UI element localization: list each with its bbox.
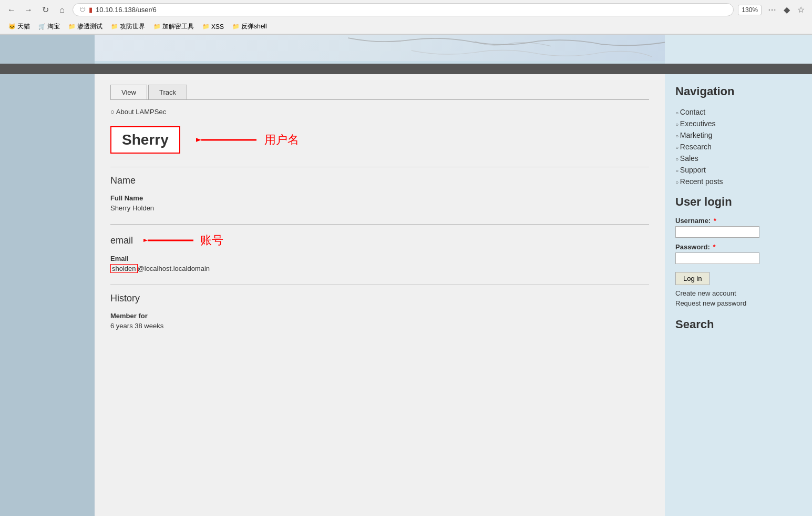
folder-icon-4: 📁 bbox=[202, 23, 210, 30]
bookmark-xss[interactable]: 📁 XSS bbox=[199, 22, 227, 32]
home-button[interactable]: ⌂ bbox=[56, 4, 68, 16]
bookmarks-bar: 🐱 天猫 🛒 淘宝 📁 渗透测试 📁 攻防世界 📁 加解密工具 📁 XSS 📁 … bbox=[0, 19, 812, 34]
nav-item-support[interactable]: Support bbox=[675, 164, 801, 176]
history-section: History Member for 6 years 38 weeks bbox=[110, 285, 649, 342]
email-section-title: email bbox=[110, 235, 133, 246]
search-title: Search bbox=[675, 318, 801, 331]
nav-link-contact[interactable]: Contact bbox=[680, 108, 705, 116]
bookmark-icon[interactable]: ☆ bbox=[795, 4, 807, 16]
bookmark-pentest[interactable]: 📁 渗透测试 bbox=[65, 21, 106, 32]
browser-chrome: ← → ↻ ⌂ 🛡 ▮ 10.10.16.138/user/6 130% ⋯ ◆… bbox=[0, 0, 812, 35]
username-form-label: Username: * bbox=[675, 217, 801, 225]
nav-item-contact[interactable]: Contact bbox=[675, 106, 801, 118]
bookmark-taobao-label: 淘宝 bbox=[47, 22, 60, 31]
security-icon: 🛡 bbox=[79, 6, 86, 14]
username-annotation: 用户名 bbox=[196, 132, 299, 148]
browser-toolbar: ← → ↻ ⌂ 🛡 ▮ 10.10.16.138/user/6 130% ⋯ ◆… bbox=[0, 0, 812, 19]
full-name-value: Sherry Holden bbox=[110, 204, 649, 212]
bookmark-crypto-label: 加解密工具 bbox=[162, 22, 194, 31]
forward-button[interactable]: → bbox=[22, 4, 35, 16]
password-input[interactable] bbox=[675, 252, 759, 264]
address-bar[interactable]: 🛡 ▮ 10.10.16.138/user/6 bbox=[73, 3, 734, 16]
username-input[interactable] bbox=[675, 226, 759, 238]
nav-link-executives[interactable]: Executives bbox=[680, 119, 716, 128]
tab-track[interactable]: Track bbox=[148, 85, 187, 99]
nav-item-research[interactable]: Research bbox=[675, 141, 801, 153]
folder-icon-1: 📁 bbox=[68, 23, 76, 30]
name-section: Name Full Name Sherry Holden bbox=[110, 167, 649, 224]
username-annotation-text: 用户名 bbox=[264, 132, 299, 148]
left-strip bbox=[0, 74, 95, 516]
nav-item-sales[interactable]: Sales bbox=[675, 153, 801, 164]
password-required-star: * bbox=[713, 243, 715, 251]
user-login-title: User login bbox=[675, 195, 801, 209]
back-button[interactable]: ← bbox=[5, 4, 18, 16]
bookmark-tianmao-label: 天猫 bbox=[17, 22, 30, 31]
left-strip-top bbox=[0, 35, 95, 64]
member-for-value: 6 years 38 weeks bbox=[110, 322, 649, 330]
login-button[interactable]: Log in bbox=[675, 272, 710, 285]
folder-icon-2: 📁 bbox=[111, 23, 118, 30]
email-highlight: sholden bbox=[110, 264, 138, 273]
breadcrumb: About LAMPSec bbox=[110, 108, 649, 116]
nav-item-executives[interactable]: Executives bbox=[675, 118, 801, 129]
breadcrumb-link[interactable]: About LAMPSec bbox=[116, 108, 166, 116]
navigation-title: Navigation bbox=[675, 85, 801, 98]
map-image bbox=[95, 35, 665, 61]
page-layout: View Track About LAMPSec Sherry bbox=[0, 74, 812, 516]
taobao-icon: 🛒 bbox=[38, 23, 46, 30]
bookmark-taobao[interactable]: 🛒 淘宝 bbox=[35, 21, 63, 32]
history-section-title: History bbox=[110, 293, 649, 304]
bookmark-revshell[interactable]: 📁 反弹shell bbox=[229, 21, 270, 32]
nav-list: Contact Executives Marketing Research Sa… bbox=[675, 106, 801, 187]
username-required-star: * bbox=[714, 217, 716, 225]
email-arrow-svg bbox=[143, 233, 196, 248]
username-section: Sherry 用户名 bbox=[110, 126, 649, 154]
login-form: Username: * Password: * Log in Create ne… bbox=[675, 217, 801, 307]
nav-link-marketing[interactable]: Marketing bbox=[680, 131, 712, 139]
more-options-icon[interactable]: ⋯ bbox=[766, 4, 778, 16]
full-name-label: Full Name bbox=[110, 194, 649, 202]
main-content: View Track About LAMPSec Sherry bbox=[95, 74, 665, 516]
email-label: Email bbox=[110, 255, 649, 262]
bookmark-xss-label: XSS bbox=[211, 23, 224, 31]
tabs: View Track bbox=[110, 85, 649, 100]
right-sidebar-top bbox=[665, 35, 812, 64]
password-form-label: Password: * bbox=[675, 243, 801, 251]
email-value: sholden@localhost.localdomain bbox=[110, 265, 649, 272]
map-lines-svg bbox=[95, 35, 665, 61]
name-section-title: Name bbox=[110, 175, 649, 186]
url-text: 10.10.16.138/user/6 bbox=[96, 6, 727, 14]
bookmark-crypto[interactable]: 📁 加解密工具 bbox=[150, 21, 197, 32]
password-form-row: Password: * bbox=[675, 243, 801, 264]
username-arrow-svg bbox=[196, 132, 259, 148]
tianmao-icon: 🐱 bbox=[8, 23, 16, 30]
username-form-row: Username: * bbox=[675, 217, 801, 238]
create-account-link[interactable]: Create new account bbox=[675, 289, 801, 297]
nav-item-marketing[interactable]: Marketing bbox=[675, 129, 801, 141]
bookmark-tianmao[interactable]: 🐱 天猫 bbox=[5, 21, 33, 32]
nav-link-support[interactable]: Support bbox=[680, 166, 706, 174]
folder-icon-3: 📁 bbox=[153, 23, 161, 30]
right-sidebar: Navigation Contact Executives Marketing … bbox=[665, 74, 812, 516]
tracking-icon: ▮ bbox=[89, 6, 92, 14]
dark-header-strip bbox=[0, 64, 812, 74]
nav-item-recent-posts[interactable]: Recent posts bbox=[675, 176, 801, 187]
tab-view[interactable]: View bbox=[110, 85, 147, 99]
request-password-link[interactable]: Request new password bbox=[675, 299, 801, 307]
email-annotation-text: 账号 bbox=[200, 232, 223, 248]
bookmark-ctf-label: 攻防世界 bbox=[120, 22, 145, 31]
zoom-level: 130% bbox=[738, 5, 762, 15]
bookmark-revshell-label: 反弹shell bbox=[241, 22, 267, 31]
refresh-button[interactable]: ↻ bbox=[39, 4, 52, 16]
email-annotation: 账号 bbox=[143, 232, 223, 248]
bookmark-ctf[interactable]: 📁 攻防世界 bbox=[108, 21, 148, 32]
extension-icon[interactable]: ◆ bbox=[782, 4, 792, 16]
email-rest: @localhost.localdomain bbox=[138, 265, 210, 272]
username-display: Sherry bbox=[110, 126, 180, 154]
email-section: email 账号 Email sholden@lo bbox=[110, 224, 649, 285]
map-header bbox=[95, 35, 665, 61]
nav-link-sales[interactable]: Sales bbox=[680, 154, 698, 163]
nav-link-research[interactable]: Research bbox=[680, 143, 712, 151]
nav-link-recent-posts[interactable]: Recent posts bbox=[680, 177, 723, 186]
